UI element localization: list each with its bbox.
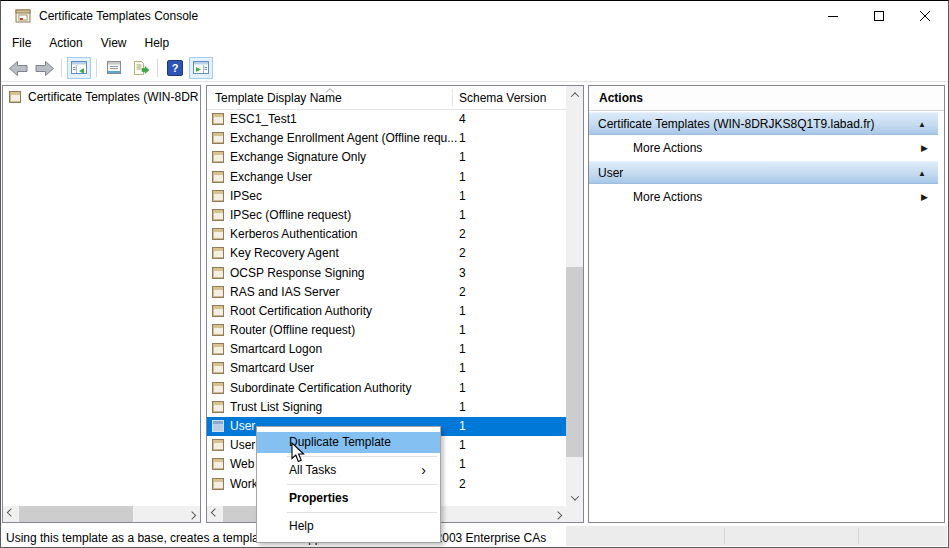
scroll-right-icon[interactable]: [184, 506, 200, 522]
certificate-template-icon: [212, 171, 224, 183]
mouse-cursor-icon: [291, 442, 305, 463]
template-display-name: Exchange Enrollment Agent (Offline requ.…: [230, 129, 457, 148]
schema-version: 4: [459, 110, 466, 129]
actions-section-header[interactable]: Certificate Templates (WIN-8DRJKS8Q1T9.l…: [589, 112, 938, 135]
forward-button[interactable]: [32, 57, 56, 79]
template-list-row[interactable]: Trust List Signing1: [207, 398, 566, 417]
template-display-name: Subordinate Certification Authority: [230, 379, 411, 398]
help-icon: ?: [167, 60, 183, 76]
scroll-down-icon[interactable]: [566, 489, 583, 506]
template-list-row[interactable]: ESC1_Test14: [207, 110, 566, 129]
schema-version: 1: [459, 187, 466, 206]
show-console-tree-button[interactable]: [67, 57, 91, 79]
menu-file[interactable]: File: [3, 31, 40, 55]
template-display-name: Smartcard Logon: [230, 340, 322, 359]
properties-icon: [106, 60, 122, 76]
back-button[interactable]: [6, 57, 30, 79]
context-menu-item-all-tasks[interactable]: All Tasks›: [257, 460, 440, 481]
console-tree-panel: Certificate Templates (WIN-8DR: [2, 85, 201, 523]
actions-section-header[interactable]: User▲: [589, 161, 938, 184]
template-list-row[interactable]: Root Certification Authority1: [207, 302, 566, 321]
certificate-template-icon: [212, 382, 224, 394]
menu-help[interactable]: Help: [136, 31, 179, 55]
scroll-up-icon[interactable]: [566, 86, 583, 103]
template-list-row[interactable]: OCSP Response Signing3: [207, 264, 566, 283]
template-list-row[interactable]: Router (Offline request)1: [207, 321, 566, 340]
more-actions-item[interactable]: More Actions▶: [589, 185, 938, 209]
column-header-template-display-name[interactable]: Template Display Name: [215, 86, 342, 110]
template-display-name: RAS and IAS Server: [230, 283, 339, 302]
context-menu-item-help[interactable]: Help: [257, 516, 440, 537]
svg-text:?: ?: [172, 62, 179, 74]
template-list-row[interactable]: Exchange Enrollment Agent (Offline requ.…: [207, 129, 566, 148]
collapse-icon[interactable]: ▲: [918, 113, 926, 135]
close-button[interactable]: [902, 1, 948, 31]
certificate-template-icon: [212, 305, 224, 317]
template-list-row[interactable]: RAS and IAS Server2: [207, 283, 566, 302]
menu-view[interactable]: View: [92, 31, 136, 55]
template-list-row[interactable]: Kerberos Authentication2: [207, 225, 566, 244]
maximize-icon: [874, 11, 885, 22]
menu-action[interactable]: Action: [40, 31, 91, 55]
context-menu-item-properties[interactable]: Properties: [257, 488, 440, 509]
menu-separator: [287, 484, 437, 485]
template-display-name: Exchange Signature Only: [230, 148, 366, 167]
template-list-row[interactable]: Smartcard User1: [207, 359, 566, 378]
template-list-row[interactable]: IPSec1: [207, 187, 566, 206]
template-list-row[interactable]: Exchange User1: [207, 168, 566, 187]
close-icon: [920, 11, 931, 22]
context-menu: Duplicate TemplateAll Tasks›PropertiesHe…: [256, 426, 441, 543]
context-menu-item-label: Help: [289, 519, 314, 533]
properties-button[interactable]: [102, 57, 126, 79]
minimize-button[interactable]: [810, 1, 856, 31]
status-divider: [724, 528, 725, 544]
column-divider[interactable]: [452, 89, 453, 106]
toolbar-separator: [157, 59, 158, 77]
title-bar[interactable]: Certificate Templates Console: [1, 1, 948, 31]
collapse-icon[interactable]: ▲: [918, 162, 926, 184]
scrollbar-thumb[interactable]: [566, 267, 583, 457]
template-display-name: Trust List Signing: [230, 398, 322, 417]
show-action-pane-button[interactable]: [189, 57, 213, 79]
sort-ascending-icon: [325, 88, 335, 93]
list-vertical-scrollbar[interactable]: [566, 86, 583, 506]
help-button[interactable]: ?: [163, 57, 187, 79]
scroll-left-icon[interactable]: [207, 506, 223, 522]
certificate-templates-console-window: Certificate Templates Console FileAction…: [0, 0, 949, 548]
tree-item-certificate-templates[interactable]: Certificate Templates (WIN-8DR: [3, 88, 200, 107]
certificate-templates-icon: [9, 91, 21, 103]
show-console-tree-icon: [71, 60, 87, 76]
template-list-row[interactable]: Subordinate Certification Authority1: [207, 379, 566, 398]
flyout-arrow-icon: ▶: [921, 185, 928, 209]
schema-version: 1: [459, 168, 466, 187]
scroll-left-icon[interactable]: [3, 506, 19, 522]
schema-version: 1: [459, 206, 466, 225]
scroll-right-icon[interactable]: [550, 506, 566, 522]
schema-version: 1: [459, 398, 466, 417]
template-list-row[interactable]: Smartcard Logon1: [207, 340, 566, 359]
export-list-icon: [132, 60, 149, 76]
template-list-row[interactable]: Exchange Signature Only1: [207, 148, 566, 167]
certificate-template-icon: [212, 190, 224, 202]
certificate-template-icon: [212, 420, 224, 432]
template-list-row[interactable]: Key Recovery Agent2: [207, 244, 566, 263]
tree-item-label: Certificate Templates (WIN-8DR: [28, 88, 198, 107]
template-list-row[interactable]: IPSec (Offline request)1: [207, 206, 566, 225]
scrollbar-thumb[interactable]: [19, 506, 133, 522]
status-bar-sections: [566, 526, 947, 546]
certificate-template-icon: [212, 478, 224, 490]
maximize-button[interactable]: [856, 1, 902, 31]
schema-version: 1: [459, 436, 466, 455]
actions-section-title: Certificate Templates (WIN-8DRJKS8Q1T9.l…: [598, 117, 875, 131]
certificate-template-icon: [212, 132, 224, 144]
export-list-button[interactable]: [128, 57, 152, 79]
column-header-schema-version[interactable]: Schema Version: [459, 86, 546, 110]
context-menu-item-duplicate-template[interactable]: Duplicate Template: [257, 432, 440, 453]
template-display-name: Smartcard User: [230, 359, 314, 378]
schema-version: 1: [459, 359, 466, 378]
more-actions-item[interactable]: More Actions▶: [589, 136, 938, 160]
flyout-arrow-icon: ▶: [921, 136, 928, 160]
certificate-template-icon: [212, 247, 224, 259]
certificate-template-icon: [212, 343, 224, 355]
tree-horizontal-scrollbar[interactable]: [3, 506, 200, 522]
